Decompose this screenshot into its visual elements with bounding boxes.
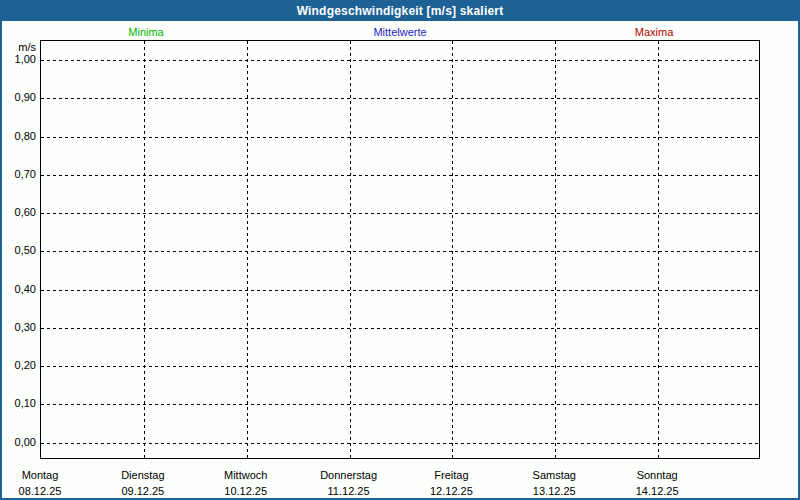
x-day-date: 14.12.25 [587, 485, 727, 497]
y-tick-label: 0,30 [0, 320, 36, 334]
legend-label-maxima: Maxima [635, 26, 674, 38]
legend-item-mittelwerte: Mittelwerte [373, 26, 426, 38]
chart-window: Windgeschwindigkeit [m/s] skaliert Minim… [0, 0, 800, 500]
y-tick-label: 0,90 [0, 90, 36, 104]
legend-item-minima: Minima [128, 26, 163, 38]
chart-title: Windgeschwindigkeit [m/s] skaliert [297, 4, 504, 18]
y-tick-label: 0,10 [0, 396, 36, 410]
v-gridline-day-4 [452, 41, 453, 458]
h-gridline-0,80 [41, 137, 759, 138]
v-gridline-day-3 [350, 41, 351, 458]
plot-area [40, 40, 760, 459]
legend-label-mittelwerte: Mittelwerte [373, 26, 426, 38]
h-gridline-0,60 [41, 213, 759, 214]
h-gridline-0,50 [41, 251, 759, 252]
h-gridline-0,00 [41, 443, 759, 444]
v-gridline-day-1 [144, 41, 145, 458]
legend-label-minima: Minima [128, 26, 163, 38]
y-tick-label: 0,70 [0, 167, 36, 181]
v-gridline-day-2 [247, 41, 248, 458]
h-gridline-0,30 [41, 328, 759, 329]
y-tick-label: 0,80 [0, 129, 36, 143]
v-gridline-day-6 [658, 41, 659, 458]
v-gridline-day-5 [555, 41, 556, 458]
y-tick-label: 0,40 [0, 282, 36, 296]
y-tick-label: 0,60 [0, 205, 36, 219]
h-gridline-0,90 [41, 98, 759, 99]
h-gridline-0,40 [41, 290, 759, 291]
h-gridline-0,20 [41, 366, 759, 367]
y-tick-label: 0,20 [0, 358, 36, 372]
h-gridline-0,70 [41, 175, 759, 176]
x-day-name: Sonntag [587, 469, 727, 481]
y-tick-label: 0,50 [0, 243, 36, 257]
y-tick-label: 0,00 [0, 435, 36, 449]
h-gridline-0,10 [41, 404, 759, 405]
title-bar: Windgeschwindigkeit [m/s] skaliert [0, 0, 800, 21]
y-tick-label: 1,00 [0, 52, 36, 66]
legend-item-maxima: Maxima [635, 26, 674, 38]
h-gridline-1,00 [41, 60, 759, 61]
